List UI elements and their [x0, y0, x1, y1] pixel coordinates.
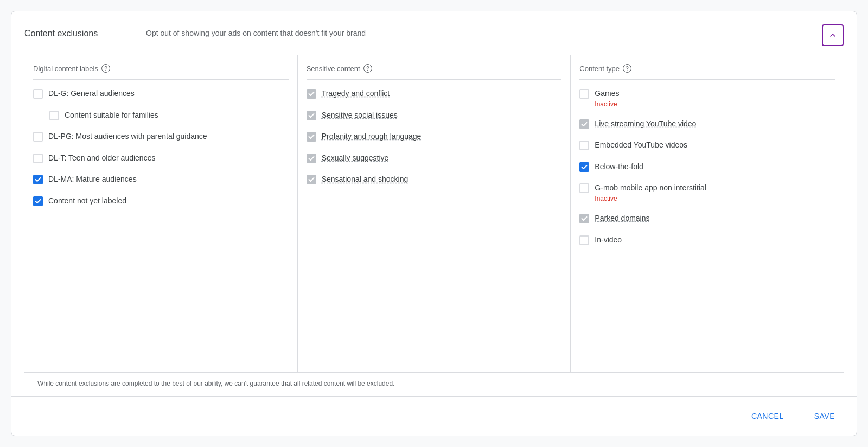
content-suitable-families-item: Content suitable for families: [49, 110, 289, 121]
in-video-item: In-video: [579, 235, 835, 246]
below-the-fold-checkmark-icon: [581, 164, 588, 170]
profanity-checkmark-icon: [308, 133, 315, 140]
collapse-button[interactable]: [822, 24, 844, 46]
content-type-title: Content type: [579, 65, 620, 73]
below-the-fold-label: Below-the-fold: [595, 162, 643, 173]
dl-ma-checkbox[interactable]: [33, 175, 43, 184]
sensitive-content-column: Sensitive content ? Tragedy and conflict: [298, 55, 571, 372]
content-not-labeled-label: Content not yet labeled: [48, 196, 126, 207]
tragedy-conflict-checkbox[interactable]: [307, 89, 316, 99]
tragedy-conflict-item: Tragedy and conflict: [307, 88, 562, 99]
parked-domains-item: Parked domains: [579, 213, 835, 224]
below-the-fold-item: Below-the-fold: [579, 162, 835, 173]
embedded-youtube-checkbox[interactable]: [579, 141, 589, 150]
profanity-label: Profanity and rough language: [322, 131, 422, 142]
below-the-fold-checkbox[interactable]: [579, 162, 589, 172]
panel-header: Content exclusions Opt out of showing yo…: [11, 11, 857, 46]
sensational-shocking-item: Sensational and shocking: [307, 174, 562, 185]
parked-domains-checkbox[interactable]: [579, 214, 589, 224]
dl-t-item: DL-T: Teen and older audiences: [33, 153, 289, 164]
in-video-label: In-video: [595, 235, 622, 246]
content-exclusions-panel: Content exclusions Opt out of showing yo…: [11, 11, 857, 436]
sexually-suggestive-checkmark-icon: [308, 155, 315, 162]
gmob-mobile-label-group: G-mob mobile app non interstitial Inacti…: [595, 183, 706, 202]
profanity-item: Profanity and rough language: [307, 131, 562, 142]
sensitive-social-item: Sensitive social issues: [307, 110, 562, 121]
sensational-shocking-label: Sensational and shocking: [322, 174, 409, 185]
games-label: Games: [595, 89, 619, 98]
embedded-youtube-item: Embedded YouTube videos: [579, 140, 835, 151]
sexually-suggestive-item: Sexually suggestive: [307, 153, 562, 164]
tragedy-conflict-checkmark-icon: [308, 91, 315, 97]
parked-domains-label: Parked domains: [595, 213, 649, 224]
games-checkbox[interactable]: [579, 89, 589, 99]
bottom-action-bar: CANCEL SAVE: [11, 396, 857, 436]
dl-ma-label: DL-MA: Mature audiences: [48, 174, 137, 185]
sensitive-social-label: Sensitive social issues: [322, 110, 398, 121]
gmob-mobile-status: Inactive: [595, 195, 706, 202]
content-suitable-families-label: Content suitable for families: [65, 110, 158, 121]
live-streaming-item: Live streaming YouTube video: [579, 119, 835, 130]
content-type-help-icon[interactable]: ?: [623, 64, 631, 73]
chevron-up-icon: [828, 31, 837, 40]
dl-t-label: DL-T: Teen and older audiences: [48, 153, 155, 164]
in-video-checkbox[interactable]: [579, 235, 589, 245]
tragedy-conflict-label: Tragedy and conflict: [322, 88, 390, 99]
content-not-labeled-checkmark-icon: [35, 198, 41, 205]
content-not-labeled-checkbox[interactable]: [33, 196, 43, 206]
panel-subtitle: Opt out of showing your ads on content t…: [133, 24, 822, 37]
content-not-labeled-item: Content not yet labeled: [33, 196, 289, 207]
digital-content-labels-header: Digital content labels ?: [33, 64, 289, 80]
dl-pg-checkbox[interactable]: [33, 132, 43, 142]
dl-g-item: DL-G: General audiences: [33, 88, 289, 99]
gmob-mobile-label: G-mob mobile app non interstitial: [595, 183, 706, 192]
dl-t-checkbox[interactable]: [33, 154, 43, 163]
games-item: Games Inactive: [579, 88, 835, 108]
embedded-youtube-label: Embedded YouTube videos: [595, 140, 687, 151]
dl-g-label: DL-G: General audiences: [48, 88, 135, 99]
panel-title: Content exclusions: [24, 24, 133, 39]
sensitive-content-title: Sensitive content: [307, 65, 360, 73]
live-streaming-checkmark-icon: [581, 121, 588, 127]
sensational-shocking-checkmark-icon: [308, 176, 315, 183]
cancel-button[interactable]: CANCEL: [743, 407, 793, 425]
live-streaming-checkbox[interactable]: [579, 119, 589, 129]
sensational-shocking-checkbox[interactable]: [307, 175, 316, 184]
dl-ma-checkmark-icon: [35, 176, 41, 183]
footer-note: While content exclusions are completed t…: [24, 373, 844, 396]
gmob-mobile-item: G-mob mobile app non interstitial Inacti…: [579, 183, 835, 202]
content-type-column: Content type ? Games Inactive: [571, 55, 844, 372]
content-type-header: Content type ?: [579, 64, 835, 80]
content-suitable-families-checkbox[interactable]: [49, 111, 59, 120]
parked-domains-checkmark-icon: [581, 215, 588, 222]
live-streaming-label: Live streaming YouTube video: [595, 119, 696, 130]
content-main: Digital content labels ? DL-G: General a…: [11, 55, 857, 396]
profanity-checkbox[interactable]: [307, 132, 316, 142]
games-status: Inactive: [595, 100, 619, 108]
sensitive-social-checkbox[interactable]: [307, 111, 316, 120]
dl-pg-item: DL-PG: Most audiences with parental guid…: [33, 131, 289, 142]
gmob-mobile-checkbox[interactable]: [579, 183, 589, 193]
digital-content-labels-help-icon[interactable]: ?: [101, 64, 110, 73]
dl-pg-label: DL-PG: Most audiences with parental guid…: [48, 131, 207, 142]
sexually-suggestive-label: Sexually suggestive: [322, 153, 389, 164]
sensitive-social-checkmark-icon: [308, 112, 315, 119]
games-label-group: Games Inactive: [595, 88, 619, 108]
dl-ma-item: DL-MA: Mature audiences: [33, 174, 289, 185]
dl-g-checkbox[interactable]: [33, 89, 43, 99]
columns-container: Digital content labels ? DL-G: General a…: [24, 55, 844, 372]
sensitive-content-header: Sensitive content ?: [307, 64, 562, 80]
digital-content-labels-column: Digital content labels ? DL-G: General a…: [24, 55, 298, 372]
sexually-suggestive-checkbox[interactable]: [307, 154, 316, 163]
save-button[interactable]: SAVE: [806, 407, 844, 425]
sensitive-content-help-icon[interactable]: ?: [363, 64, 372, 73]
digital-content-labels-title: Digital content labels: [33, 65, 98, 73]
